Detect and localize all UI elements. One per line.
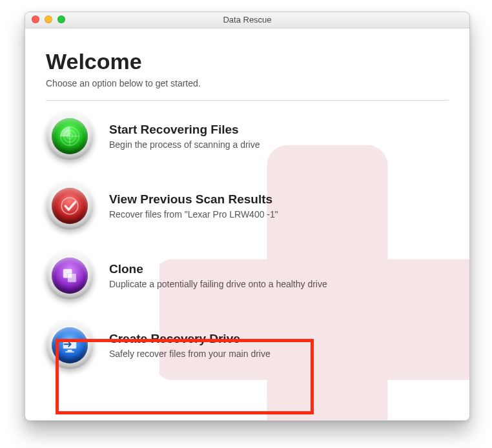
radar-icon [59,125,81,147]
option-subtitle: Safely recover files from your main driv… [109,349,271,359]
svg-point-5 [61,198,78,214]
option-subtitle: Recover files from "Lexar Pro LRW400 -1" [109,209,278,219]
option-orb [46,182,94,230]
option-create-recovery-drive[interactable]: Create Recovery Drive Safely recover fil… [46,321,449,369]
page-subtitle: Choose an option below to get started. [46,78,449,88]
option-orb [46,252,94,300]
traffic-lights [32,15,65,23]
option-orb [46,112,94,160]
divider [46,100,449,101]
page-title: Welcome [46,49,449,74]
svg-rect-9 [68,350,72,352]
svg-rect-10 [65,351,74,352]
svg-rect-7 [68,274,77,283]
checkmark-icon [59,195,81,217]
option-clone[interactable]: Clone Duplicate a potentially failing dr… [46,252,449,300]
zoom-icon[interactable] [57,15,65,23]
close-icon[interactable] [32,15,39,23]
window-title: Data Rescue [223,15,271,25]
option-title: Start Recovering Files [109,123,260,137]
option-title: Clone [109,262,327,276]
option-subtitle: Begin the process of scanning a drive [109,139,260,150]
minimize-icon[interactable] [45,15,52,23]
option-view-previous[interactable]: View Previous Scan Results Recover files… [46,182,449,230]
option-title: Create Recovery Drive [109,332,271,346]
option-title: View Previous Scan Results [109,192,278,207]
option-orb [46,321,94,369]
option-start-recovering[interactable]: Start Recovering Files Begin the process… [46,112,449,160]
app-window: Data Rescue Welcome Choose an option bel… [25,12,470,421]
option-list: Start Recovering Files Begin the process… [46,112,449,369]
clone-icon [59,265,81,287]
option-subtitle: Duplicate a potentially failing drive on… [109,279,327,289]
monitor-arrow-icon [59,334,81,356]
titlebar: Data Rescue [25,12,469,28]
